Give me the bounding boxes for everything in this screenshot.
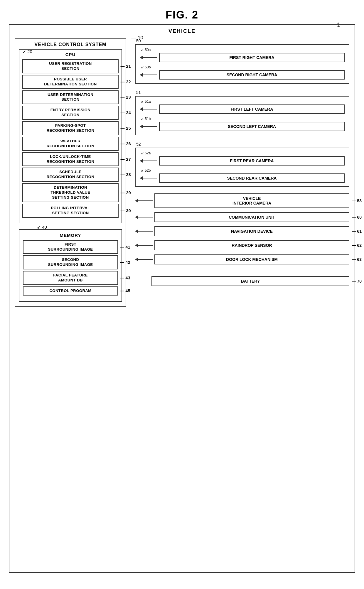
ref-51b: ↙ 51b — [140, 117, 345, 121]
ref-27: — 27 — [121, 156, 131, 162]
ref-53: — 53 — [352, 198, 362, 203]
ref-50a: ↙ 50a — [140, 48, 345, 52]
first-left-camera-row: FIRST LEFT CAMERA — [140, 104, 345, 114]
memory-item-41: FIRSTSURROUNDING IMAGE— 41 — [23, 240, 118, 254]
cpu-section-22: POSSIBLE USERDETERMINATION SECTION— 22 — [22, 75, 119, 89]
cpu-section-27: LOCK/UNLOCK-TIMERECOGNITION SECTION— 27 — [22, 152, 119, 166]
ref-30: — 30 — [121, 208, 131, 213]
ref-29: — 29 — [121, 190, 131, 195]
camera-group-rear: 52 ↙ 52a FIRST REAR CAMERA — [135, 142, 349, 187]
second-left-camera-row: SECOND LEFT CAMERA — [140, 122, 345, 131]
communication-unit: COMMUNICATION UNIT — 60 — [154, 212, 349, 222]
cpu-box: CPU ↙ 20 USER REGISTRATIONSECTION— 21 PO… — [19, 49, 122, 223]
first-right-camera: FIRST RIGHT CAMERA — [159, 53, 345, 62]
door-lock-mechanism-row: DOOR LOCK MECHANISM — 63 — [135, 254, 349, 264]
ref-52-label: 52 — [135, 142, 349, 146]
ref-52a: ↙ 52a — [140, 151, 345, 155]
vehicle-interior-camera: VEHICLEINTERIOR CAMERA — 53 — [154, 193, 349, 208]
ref-50-label: 50 — [135, 38, 349, 43]
right-panel: 50 ↙ 50a FIRST RIGHT CAMERA — [135, 38, 349, 290]
ref-70: — 70 — [352, 279, 362, 283]
memory-item-45: CONTROL PROGRAM— 45 — [23, 286, 118, 296]
main-content: VEHICLE CONTROL SYSTEM — 10 CPU ↙ 20 USE… — [15, 38, 349, 314]
door-lock-mechanism: DOOR LOCK MECHANISM — 63 — [154, 254, 349, 264]
vehicle-container: VEHICLE VEHICLE CONTROL SYSTEM — 10 CPU … — [9, 24, 355, 573]
ref-61: — 61 — [352, 229, 362, 234]
ref-60: — 60 — [352, 215, 362, 220]
ref-21: — 21 — [121, 64, 131, 69]
ref-40: ↙ 40 — [37, 225, 47, 230]
vehicle-control-system-box: VEHICLE CONTROL SYSTEM — 10 CPU ↙ 20 USE… — [15, 38, 126, 307]
cpu-section-26: WEATHERRECOGNITION SECTION— 26 — [22, 137, 119, 151]
ref-25: — 25 — [121, 126, 131, 131]
first-left-camera: FIRST LEFT CAMERA — [159, 104, 345, 114]
vehicle-label: VEHICLE — [15, 28, 349, 34]
ref-43: — 43 — [120, 275, 130, 281]
ref-50b: ↙ 50b — [140, 65, 345, 69]
navigation-device: NAVIGATION DEVICE — 61 — [154, 226, 349, 236]
battery: BATTERY — 70 — [151, 276, 349, 286]
ref-52b: ↙ 52b — [140, 168, 345, 173]
figure-title: FIG. 2 — [9, 9, 355, 21]
second-left-camera: SECOND LEFT CAMERA — [159, 122, 345, 131]
memory-item-43: FACIAL FEATUREAMOUNT DB— 43 — [23, 271, 118, 285]
ref-63: — 63 — [352, 257, 362, 262]
vcs-label: VEHICLE CONTROL SYSTEM — [19, 42, 122, 47]
ref-26: — 26 — [121, 141, 131, 146]
raindrop-sensor-row: RAINDROP SENSOR — 62 — [135, 240, 349, 250]
first-rear-camera: FIRST REAR CAMERA — [159, 156, 345, 166]
ref-23: — 23 — [121, 94, 131, 100]
memory-label: MEMORY — [23, 233, 118, 238]
left-panel: VEHICLE CONTROL SYSTEM — 10 CPU ↙ 20 USE… — [15, 38, 126, 314]
cpu-section-21: USER REGISTRATIONSECTION— 21 — [22, 59, 119, 73]
ref-24: — 24 — [121, 110, 131, 115]
cpu-section-25: PARKING-SPOTRECOGNITION SECTION— 25 — [22, 121, 119, 135]
ref-42: — 42 — [120, 260, 130, 265]
second-rear-camera: SECOND REAR CAMERA — [159, 173, 345, 183]
camera-group-left: 51 ↙ 51a FIRST LEFT CAMERA — [135, 90, 349, 135]
first-right-camera-row: FIRST RIGHT CAMERA — [140, 53, 345, 62]
ref-51a: ↙ 51a — [140, 99, 345, 104]
ref-20: ↙ 20 — [22, 49, 32, 54]
memory-box: ↙ 40 MEMORY FIRSTSURROUNDING IMAGE— 41 S… — [19, 229, 122, 302]
page: FIG. 2 1 VEHICLE VEHICLE CONTROL SYSTEM … — [6, 6, 358, 581]
second-right-camera-row: SECOND RIGHT CAMERA — [140, 70, 345, 80]
ref-62: — 62 — [352, 243, 362, 248]
camera-group-right: 50 ↙ 50a FIRST RIGHT CAMERA — [135, 38, 349, 84]
first-rear-camera-row: FIRST REAR CAMERA — [140, 156, 345, 166]
ref-22: — 22 — [121, 79, 131, 85]
cpu-section-29: DETERMINATIONTHRESHOLD VALUESETTING SECT… — [22, 183, 119, 202]
cpu-section-30: POLLING INTERVALSETTING SECTION— 30 — [22, 204, 119, 218]
cpu-section-23: USER DETERMINATIONSECTION— 23 — [22, 90, 119, 104]
battery-row: BATTERY — 70 — [135, 276, 349, 286]
ref-51-label: 51 — [135, 90, 349, 95]
communication-unit-row: COMMUNICATION UNIT — 60 — [135, 212, 349, 222]
ref-45: — 45 — [120, 288, 130, 293]
ref-28: — 28 — [121, 172, 131, 177]
cpu-label: CPU — [22, 52, 119, 57]
navigation-device-row: NAVIGATION DEVICE — 61 — [135, 226, 349, 236]
second-right-camera: SECOND RIGHT CAMERA — [159, 70, 345, 80]
raindrop-sensor: RAINDROP SENSOR — 62 — [154, 240, 349, 250]
vehicle-interior-camera-row: VEHICLEINTERIOR CAMERA — 53 — [135, 193, 349, 208]
cpu-section-28: SCHEDULERECOGNITION SECTION— 28 — [22, 168, 119, 182]
ref-41: — 41 — [120, 244, 130, 250]
cpu-section-24: ENTRY PERMISSIONSECTION— 24 — [22, 106, 119, 120]
second-rear-camera-row: SECOND REAR CAMERA — [140, 173, 345, 183]
memory-item-42: SECONDSURROUNDING IMAGE— 42 — [23, 255, 118, 269]
